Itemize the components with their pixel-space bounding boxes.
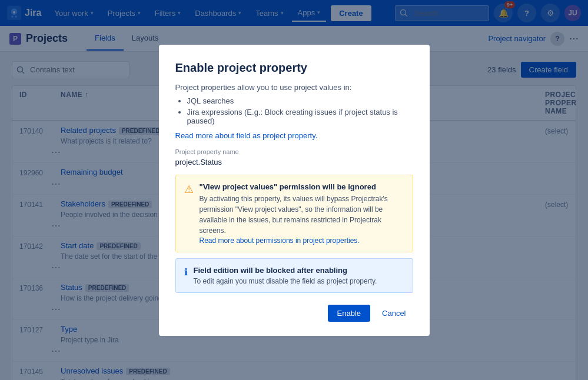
info-text: To edit again you must disable the field… — [194, 277, 377, 285]
prop-name-section: Project property name project.Status — [175, 148, 413, 166]
warning-box: ⚠ "View project values" permission will … — [175, 175, 413, 252]
info-title: Field edition will be blocked after enab… — [194, 266, 377, 275]
info-icon: ℹ — [184, 266, 188, 285]
warning-content: "View project values" permission will be… — [200, 182, 404, 245]
modal-actions: Enable Cancel — [175, 305, 413, 322]
info-content: Field edition will be blocked after enab… — [194, 266, 377, 285]
modal-desc: Project properties allow you to use proj… — [175, 83, 413, 92]
cancel-button[interactable]: Cancel — [375, 305, 413, 322]
modal-title: Enable project property — [175, 61, 413, 75]
enable-property-modal: Enable project property Project properti… — [159, 45, 430, 336]
warning-read-more-link[interactable]: Read more about permissions in project p… — [200, 236, 360, 245]
warning-icon: ⚠ — [184, 183, 194, 245]
warning-text: By activating this property, its values … — [200, 194, 404, 236]
info-box: ℹ Field edition will be blocked after en… — [175, 258, 413, 293]
modal-overlay[interactable]: Enable project property Project properti… — [0, 0, 588, 380]
prop-name-value: project.Status — [175, 158, 413, 166]
list-item-jql: JQL searches — [187, 96, 413, 105]
list-item-jira-expr: Jira expressions (E.g.: Block creating i… — [187, 108, 413, 125]
enable-button[interactable]: Enable — [328, 305, 370, 322]
warning-title: "View project values" permission will be… — [200, 182, 404, 191]
modal-list: JQL searches Jira expressions (E.g.: Blo… — [187, 96, 413, 125]
prop-name-label: Project property name — [175, 148, 413, 155]
read-more-link[interactable]: Read more about field as project propert… — [175, 131, 318, 140]
